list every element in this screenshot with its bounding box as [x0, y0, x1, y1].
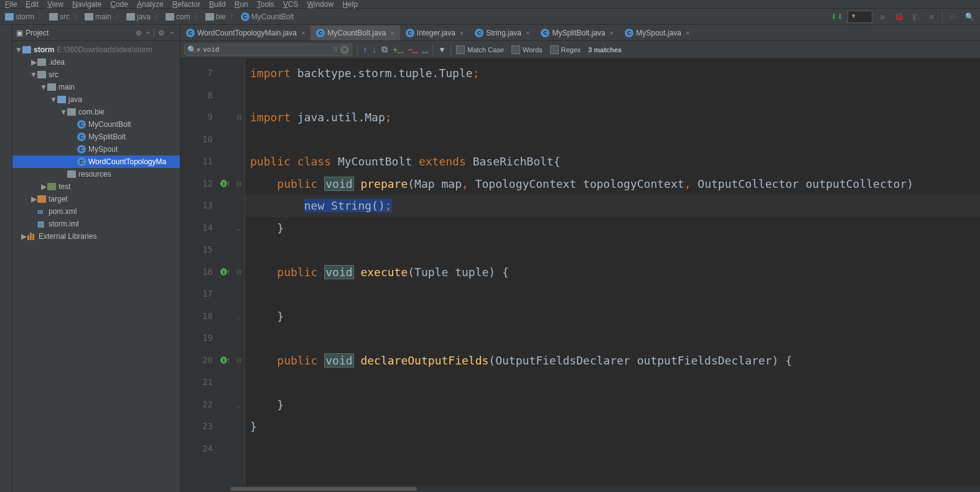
regex-checkbox[interactable]: Regex: [550, 45, 581, 54]
project-tool-window: ▣ Project ⊕ ÷ ⚙ ⫟ ▼storm E:\360Downloads…: [12, 25, 180, 492]
fold-icon[interactable]: ⊟: [236, 114, 241, 121]
breadcrumb-item[interactable]: java: [126, 12, 151, 21]
tree-node[interactable]: ▶test: [12, 180, 180, 193]
close-icon[interactable]: ×: [301, 29, 305, 37]
class-icon: C: [475, 29, 483, 37]
menu-analyze[interactable]: Analyze: [137, 0, 164, 9]
debug-icon[interactable]: 🐞: [894, 11, 905, 22]
scroll-from-source-icon[interactable]: ⊕: [136, 29, 142, 37]
tree-node[interactable]: ▼main: [12, 81, 180, 93]
breadcrumb-item[interactable]: storm: [5, 12, 34, 21]
marker-gutter[interactable]: I↑I↑I↑: [218, 58, 233, 486]
menubar: FileEditViewNavigateCodeAnalyzeRefactorB…: [0, 0, 980, 9]
tree-node[interactable]: CWordCountTopologyMa: [12, 155, 180, 168]
tree-node[interactable]: ▶External Libraries: [12, 230, 180, 243]
menu-refactor[interactable]: Refactor: [172, 0, 200, 9]
tree-node[interactable]: CMySpout: [12, 143, 180, 155]
breadcrumb[interactable]: storm〉src〉main〉java〉com〉bie〉CMyCountBolt: [5, 11, 294, 22]
close-icon[interactable]: ×: [686, 29, 689, 37]
close-icon[interactable]: ×: [610, 29, 614, 37]
tree-node[interactable]: CMyCountBolt: [12, 118, 180, 131]
tree-node[interactable]: resources: [12, 168, 180, 180]
tree-node[interactable]: ▼src: [12, 68, 180, 81]
tree-node[interactable]: ▤storm.iml: [12, 218, 180, 230]
filter-icon[interactable]: ▼: [438, 45, 446, 54]
tree-node[interactable]: ▶target: [12, 193, 180, 205]
breadcrumb-item[interactable]: src: [49, 12, 70, 21]
editor-tab[interactable]: CMySplitBolt.java×: [535, 26, 619, 40]
add-selection-icon[interactable]: +⎵: [393, 45, 403, 55]
fold-gutter[interactable]: ⊟⊟⌞⊟⌞⊟⌞: [233, 58, 245, 486]
build-icon[interactable]: ⬇⬇: [831, 11, 842, 22]
menu-build[interactable]: Build: [209, 0, 226, 9]
match-case-checkbox[interactable]: Match Case: [456, 45, 504, 54]
settings-icon[interactable]: ⚙: [158, 29, 165, 37]
editor-tabs: CWordCountTopologyMain.java×CMyCountBolt…: [180, 25, 980, 41]
line-number-gutter[interactable]: 789101112131415161718192021222324: [180, 58, 218, 486]
run-configuration-select[interactable]: ▾: [847, 11, 872, 23]
fold-icon[interactable]: ⊟: [236, 357, 241, 364]
project-window-title: Project: [26, 29, 49, 37]
editor-tab[interactable]: CMySpout.java×: [619, 26, 695, 40]
coverage-icon[interactable]: ◧: [910, 11, 921, 22]
search-everywhere-icon[interactable]: 🔍: [964, 11, 975, 22]
tree-node[interactable]: ▼java: [12, 93, 180, 106]
code-editor[interactable]: import backtype.storm.tuple.Tuple;import…: [245, 58, 980, 486]
menu-window[interactable]: Window: [307, 0, 334, 9]
menu-help[interactable]: Help: [342, 0, 358, 9]
find-input[interactable]: [203, 45, 330, 53]
horizontal-scrollbar[interactable]: [180, 486, 980, 492]
menu-navigate[interactable]: Navigate: [72, 0, 101, 9]
editor-area: CWordCountTopologyMain.java×CMyCountBolt…: [180, 25, 980, 492]
breadcrumb-item[interactable]: main: [85, 12, 111, 21]
close-icon[interactable]: ×: [390, 29, 394, 37]
tree-node[interactable]: CMySplitBolt: [12, 131, 180, 143]
menu-code[interactable]: Code: [110, 0, 128, 9]
remove-selection-icon[interactable]: −⎵: [408, 45, 418, 55]
tree-node[interactable]: mpom.xml: [12, 205, 180, 218]
tree-root[interactable]: ▼storm E:\360Downloads\idea\storm: [12, 44, 180, 56]
breadcrumb-item[interactable]: com: [166, 12, 190, 21]
select-all-icon[interactable]: ⧉: [381, 44, 388, 55]
class-icon: C: [406, 29, 414, 37]
fold-end-icon[interactable]: ⌞: [237, 225, 240, 231]
words-checkbox[interactable]: Words: [511, 45, 543, 54]
override-icon[interactable]: I↑: [220, 355, 230, 365]
breadcrumb-item[interactable]: CMyCountBolt: [241, 12, 294, 21]
fold-end-icon[interactable]: ⌞: [237, 313, 240, 320]
breadcrumb-item[interactable]: bie: [205, 12, 226, 21]
close-icon[interactable]: ×: [460, 29, 464, 37]
menu-edit[interactable]: Edit: [26, 0, 39, 9]
fold-icon[interactable]: ⊟: [236, 180, 241, 187]
fold-end-icon[interactable]: ⌞: [237, 401, 240, 408]
history-icon[interactable]: ⇅: [332, 45, 338, 53]
editor-tab[interactable]: CMyCountBolt.java×: [310, 26, 399, 40]
stop-icon[interactable]: ■: [926, 11, 937, 22]
editor-tab[interactable]: CInteger.java×: [400, 26, 469, 40]
navigation-bar: storm〉src〉main〉java〉com〉bie〉CMyCountBolt…: [0, 9, 980, 25]
override-icon[interactable]: I↑: [220, 267, 230, 277]
menu-tools[interactable]: Tools: [257, 0, 274, 9]
editor-tab[interactable]: CString.java×: [469, 26, 535, 40]
menu-run[interactable]: Run: [235, 0, 248, 9]
hide-icon[interactable]: ⫟: [169, 29, 176, 37]
tool-window-strip[interactable]: [0, 25, 12, 492]
menu-file[interactable]: File: [5, 0, 17, 9]
menu-view[interactable]: View: [47, 0, 63, 9]
fold-icon[interactable]: ⊟: [236, 269, 241, 276]
project-tree[interactable]: ▼storm E:\360Downloads\idea\storm▶.idea▼…: [12, 41, 180, 492]
override-icon[interactable]: I↑: [220, 179, 230, 188]
main-layout: ▣ Project ⊕ ÷ ⚙ ⫟ ▼storm E:\360Downloads…: [0, 25, 980, 492]
editor-tab[interactable]: CWordCountTopologyMain.java×: [180, 26, 310, 40]
prev-match-icon[interactable]: ↑: [363, 45, 367, 55]
menu-vcs[interactable]: VCS: [283, 0, 299, 9]
tree-node[interactable]: ▼com.bie: [12, 106, 180, 118]
clear-icon[interactable]: ✕: [340, 45, 349, 54]
multiselect-icon[interactable]: ⎵: [422, 45, 427, 55]
next-match-icon[interactable]: ↓: [372, 45, 376, 55]
collapse-all-icon[interactable]: ÷: [146, 29, 150, 37]
close-icon[interactable]: ×: [526, 29, 530, 37]
tree-node[interactable]: ▶.idea: [12, 56, 180, 68]
run-icon[interactable]: ▶: [877, 11, 889, 22]
vcs-icon[interactable]: ⟳: [948, 11, 959, 22]
